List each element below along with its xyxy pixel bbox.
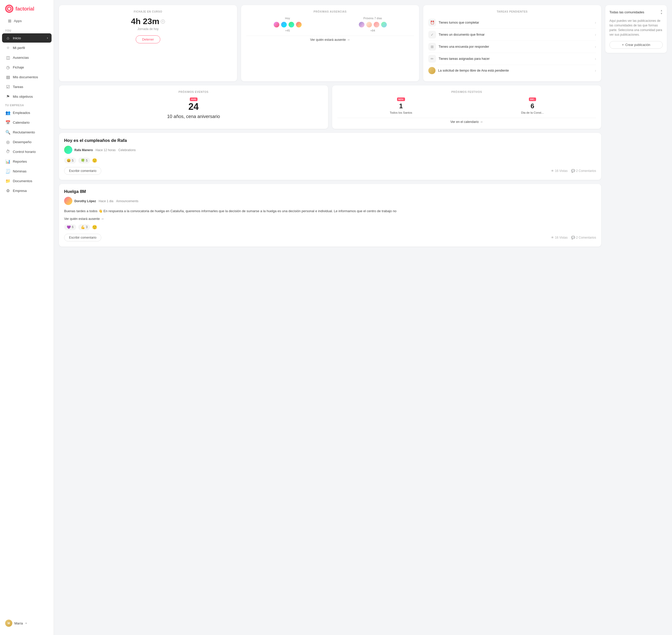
tarea-arrow-icon: › [595, 57, 596, 61]
add-reaction-button[interactable]: 🙂 [92, 225, 97, 229]
tarea-text: Tienes turnos que completar [439, 21, 592, 25]
fichaje-card-title: FICHAJE EN CURSO [64, 10, 232, 13]
sidebar-item-apps[interactable]: ⊞ Apps [2, 17, 51, 25]
post-body: Buenas tardes a todos 👋 En respuesta a l… [64, 209, 596, 214]
empleados-icon: 👥 [6, 110, 10, 115]
arrow-icon: → [480, 120, 483, 124]
comentar-button[interactable]: Escribir comentario [64, 167, 101, 175]
sidebar-item-calendario[interactable]: 📅 Calendario [2, 118, 51, 127]
community-filter-chevron[interactable]: ▲ ▼ [660, 9, 663, 15]
logo-icon [5, 5, 13, 13]
festivo-item: NOV. 1 Todos los Santos [337, 97, 465, 114]
tarea-item[interactable]: La solicitud de tiempo libre de Ana está… [428, 65, 596, 76]
sidebar-item-empresa[interactable]: ⚙ Empresa [2, 186, 51, 195]
sidebar-item-label: Fichaje [13, 65, 24, 69]
sidebar-item-label: Inicio [13, 36, 21, 40]
comments-stat: 💬 2 Comentarios [571, 236, 596, 239]
comments-stat: 💬 2 Comentarios [571, 169, 596, 173]
tarea-item[interactable]: ✓ Tienes un documento que firmar › [428, 29, 596, 41]
avatar [366, 21, 373, 28]
chevron-down-icon: ▼ [660, 12, 663, 15]
ausencias-card-title: PRÓXIMAS AUSENCIAS [246, 10, 414, 13]
reaction-button[interactable]: 💜 6 [64, 224, 76, 230]
festivos-card: PRÓXIMOS FESTIVOS NOV. 1 Todos los Santo… [332, 85, 601, 129]
sidebar-item-nominas[interactable]: 🧾 Nóminas [2, 167, 51, 176]
sidebar-item-reportes[interactable]: 📊 Reportes [2, 157, 51, 166]
reaction-emoji: 💜 [67, 225, 71, 229]
post-time: Hace 1 dia [99, 199, 113, 203]
sidebar-item-inicio[interactable]: ⌂ Inicio › [2, 34, 51, 43]
sidebar-item-label: Control horario [13, 150, 36, 154]
sidebar-item-documentos-me[interactable]: ▤ Mis documentos [2, 72, 51, 82]
sidebar-item-fichaje[interactable]: ◷ Fichaje [2, 63, 51, 72]
reclutamiento-icon: 🔍 [6, 130, 10, 134]
sidebar-item-tareas[interactable]: ☑ Tareas [2, 82, 51, 91]
mis-docs-icon: ▤ [6, 75, 10, 79]
reaction-button[interactable]: 💪 3 [78, 224, 90, 230]
post-meta-info: Dorothy López · Hace 1 dia · Announcemen… [74, 199, 138, 203]
festivo-day: 1 [337, 102, 465, 110]
avatar [281, 21, 287, 28]
reaction-button[interactable]: 🍀 5 [78, 157, 90, 163]
desempeno-icon: ◎ [6, 139, 10, 144]
sidebar-item-label: Reportes [13, 159, 27, 163]
tarea-text: Tienes un documento que firmar [439, 32, 592, 37]
crear-publicacion-button[interactable]: + Crear publicación [609, 41, 663, 49]
chevron-right-icon: › [47, 36, 48, 40]
reactions-bar: 💜 6 💪 3 🙂 [64, 224, 596, 230]
reaction-count: 5 [72, 159, 74, 162]
add-reaction-button[interactable]: 🙂 [92, 158, 97, 163]
avatar [288, 21, 295, 28]
community-body-text: Aquí puedes ver las publicaciones de las… [609, 19, 663, 37]
ver-calendario-link[interactable]: Ver en el calendario → [337, 118, 596, 124]
reaction-count: 6 [72, 225, 74, 229]
tarea-arrow-icon: › [595, 32, 596, 37]
reaction-button[interactable]: 😄 5 [64, 157, 76, 163]
user-initials: M [7, 622, 10, 625]
user-menu[interactable]: M María ▾ [0, 616, 53, 630]
sidebar-item-label: Mis documentos [13, 75, 38, 79]
event-description: 10 años, cena aniversario [64, 114, 323, 119]
reactions-bar: 😄 5 🍀 5 🙂 [64, 157, 596, 163]
post-tag: Announcements [116, 199, 138, 203]
post-footer: Escribir comentario 👁 16 Vistas 💬 2 Come… [64, 234, 596, 241]
festivos-card-title: PRÓXIMOS FESTIVOS [337, 91, 596, 93]
tareas-icon: ☑ [6, 84, 10, 89]
eye-icon: 👁 [551, 236, 554, 239]
tarea-item[interactable]: ✏ Tienes tareas asignadas para hacer › [428, 53, 596, 65]
sidebar-item-empleados[interactable]: 👥 Empleados [2, 108, 51, 117]
tareas-card: TAREAS PENDIENTES ⏰ Tienes turnos que co… [423, 5, 601, 81]
fichaje-subtitle: Jornada de hoy [64, 27, 232, 31]
ver-ausencias-link[interactable]: Ver quién estará ausente → [246, 36, 414, 42]
post-author-name: Dorothy López [74, 199, 97, 203]
documentos-icon: 📁 [6, 179, 10, 183]
sidebar-item-perfil[interactable]: ○ Mi perfil [2, 43, 51, 52]
sidebar-item-objetivos[interactable]: ⚑ Mis objetivos [2, 92, 51, 101]
avatar: M [5, 620, 12, 627]
sidebar-item-documentos[interactable]: 📁 Documentos [2, 176, 51, 185]
sidebar-item-label: Nóminas [13, 169, 26, 173]
section-you-label: YOU [0, 27, 53, 33]
post-title: Huelga 8M [64, 189, 596, 194]
post-author-avatar [64, 146, 72, 154]
logo[interactable]: factorial [0, 0, 53, 17]
sidebar-item-label: Mi perfil [13, 46, 25, 50]
plus-icon: + [622, 43, 624, 47]
user-chevron-icon: ▾ [25, 622, 27, 625]
sidebar-item-control-horario[interactable]: ⏱ Control horario [2, 147, 51, 156]
ausencias-hoy-count: +45 [246, 29, 329, 32]
tarea-text: La solicitud de tiempo libre de Ana está… [438, 68, 592, 73]
comment-icon: 💬 [571, 236, 575, 239]
post-author-name: Rafa Manero [74, 148, 94, 152]
detener-button[interactable]: Detener [136, 36, 160, 43]
sidebar-item-reclutamiento[interactable]: 🔍 Reclutamiento [2, 128, 51, 137]
fichaje-info-icon[interactable]: i [161, 20, 165, 24]
tarea-item[interactable]: ⊞ Tienes una encuesta por responder › [428, 41, 596, 53]
comentar-button[interactable]: Escribir comentario [64, 234, 101, 241]
sidebar-item-ausencias[interactable]: ◫ Ausencias [2, 53, 51, 62]
tarea-item[interactable]: ⏰ Tienes turnos que completar › [428, 17, 596, 29]
sidebar-item-desempeno[interactable]: ◎ Desempeño [2, 137, 51, 147]
ausencias-hoy-col: Hoy +45 [246, 17, 329, 32]
ausencias-7dias-avatars [331, 21, 414, 28]
ver-ausente-link[interactable]: Ver quién estará ausente → [64, 217, 104, 221]
